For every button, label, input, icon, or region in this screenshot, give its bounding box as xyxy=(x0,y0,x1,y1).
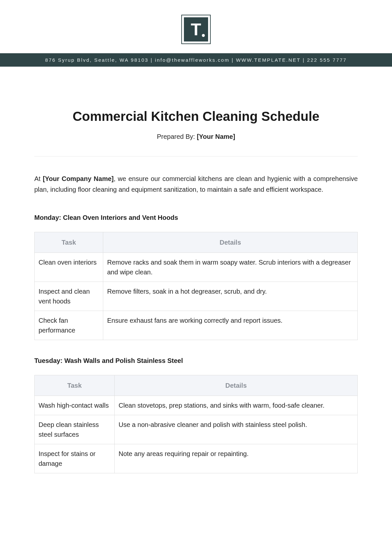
section-heading-tuesday: Tuesday: Wash Walls and Polish Stainless… xyxy=(34,357,358,365)
logo-dot-icon xyxy=(202,34,205,37)
col-task: Task xyxy=(35,375,115,396)
intro-company: [Your Company Name] xyxy=(43,175,114,182)
col-details: Details xyxy=(115,375,358,396)
logo-area: T xyxy=(0,0,392,53)
divider xyxy=(34,156,358,156)
cell-task: Deep clean stainless steel surfaces xyxy=(35,415,115,444)
cell-details: Clean stovetops, prep stations, and sink… xyxy=(115,396,358,415)
cell-task: Inspect for stains or damage xyxy=(35,444,115,473)
cell-task: Wash high-contact walls xyxy=(35,396,115,415)
table-row: Clean oven interiors Remove racks and so… xyxy=(35,253,358,282)
prepared-by-value: [Your Name] xyxy=(197,133,235,140)
table-row: Deep clean stainless steel surfaces Use … xyxy=(35,415,358,444)
prepared-by: Prepared By: [Your Name] xyxy=(34,133,358,140)
logo: T xyxy=(181,15,211,44)
table-header-row: Task Details xyxy=(35,232,358,253)
intro-prefix: At xyxy=(34,175,43,182)
table-tuesday: Task Details Wash high-contact walls Cle… xyxy=(34,375,358,473)
cell-task: Check fan performance xyxy=(35,311,103,340)
cell-task: Clean oven interiors xyxy=(35,253,103,282)
prepared-by-label: Prepared By: xyxy=(157,133,197,140)
table-header-row: Task Details xyxy=(35,375,358,396)
table-row: Inspect and clean vent hoods Remove filt… xyxy=(35,282,358,311)
cell-task: Inspect and clean vent hoods xyxy=(35,282,103,311)
cell-details: Ensure exhaust fans are working correctl… xyxy=(103,311,358,340)
section-heading-monday: Monday: Clean Oven Interiors and Vent Ho… xyxy=(34,214,358,221)
table-monday: Task Details Clean oven interiors Remove… xyxy=(34,232,358,340)
cell-details: Use a non-abrasive cleaner and polish wi… xyxy=(115,415,358,444)
info-bar: 876 Syrup Blvd, Seattle, WA 98103 | info… xyxy=(0,53,392,67)
col-task: Task xyxy=(35,232,103,253)
document-content: Commercial Kitchen Cleaning Schedule Pre… xyxy=(0,67,392,473)
logo-letter: T xyxy=(191,20,201,39)
page-title: Commercial Kitchen Cleaning Schedule xyxy=(34,109,358,124)
intro-paragraph: At [Your Company Name], we ensure our co… xyxy=(34,173,358,195)
logo-inner: T xyxy=(184,17,208,41)
cell-details: Note any areas requiring repair or repai… xyxy=(115,444,358,473)
cell-details: Remove racks and soak them in warm soapy… xyxy=(103,253,358,282)
cell-details: Remove filters, soak in a hot degreaser,… xyxy=(103,282,358,311)
col-details: Details xyxy=(103,232,358,253)
table-row: Inspect for stains or damage Note any ar… xyxy=(35,444,358,473)
table-row: Check fan performance Ensure exhaust fan… xyxy=(35,311,358,340)
table-row: Wash high-contact walls Clean stovetops,… xyxy=(35,396,358,415)
